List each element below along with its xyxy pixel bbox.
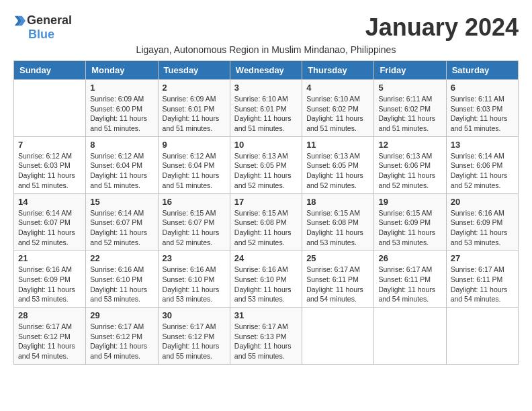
day-info: Sunrise: 6:09 AM Sunset: 6:00 PM Dayligh… — [90, 94, 153, 134]
calendar-header-monday: Monday — [86, 61, 158, 80]
calendar-header-tuesday: Tuesday — [158, 61, 230, 80]
day-info: Sunrise: 6:17 AM Sunset: 6:11 PM Dayligh… — [451, 265, 514, 304]
day-info: Sunrise: 6:09 AM Sunset: 6:01 PM Dayligh… — [163, 94, 226, 134]
day-number: 19 — [378, 197, 441, 207]
day-info: Sunrise: 6:16 AM Sunset: 6:10 PM Dayligh… — [90, 265, 153, 304]
month-title: January 2024 — [365, 13, 519, 42]
calendar-day-cell: 31Sunrise: 6:17 AM Sunset: 6:13 PM Dayli… — [230, 308, 302, 365]
calendar-day-cell — [14, 80, 86, 137]
calendar-day-cell: 16Sunrise: 6:15 AM Sunset: 6:07 PM Dayli… — [158, 193, 230, 250]
calendar-day-cell: 20Sunrise: 6:16 AM Sunset: 6:09 PM Dayli… — [446, 193, 518, 250]
day-info: Sunrise: 6:16 AM Sunset: 6:10 PM Dayligh… — [163, 265, 226, 304]
calendar-day-cell: 3Sunrise: 6:10 AM Sunset: 6:01 PM Daylig… — [230, 80, 302, 137]
calendar-week-row: 21Sunrise: 6:16 AM Sunset: 6:09 PM Dayli… — [14, 250, 519, 308]
calendar-day-cell: 29Sunrise: 6:17 AM Sunset: 6:12 PM Dayli… — [86, 308, 158, 365]
calendar-day-cell: 19Sunrise: 6:15 AM Sunset: 6:09 PM Dayli… — [374, 193, 446, 250]
day-number: 3 — [234, 83, 298, 93]
day-number: 1 — [90, 83, 153, 93]
calendar-day-cell — [302, 308, 374, 365]
calendar-day-cell: 27Sunrise: 6:17 AM Sunset: 6:11 PM Dayli… — [446, 250, 518, 308]
calendar-day-cell: 25Sunrise: 6:17 AM Sunset: 6:11 PM Dayli… — [302, 250, 374, 308]
calendar-day-cell: 14Sunrise: 6:14 AM Sunset: 6:07 PM Dayli… — [14, 193, 86, 250]
calendar-day-cell: 24Sunrise: 6:16 AM Sunset: 6:10 PM Dayli… — [230, 250, 302, 308]
day-number: 10 — [234, 140, 298, 150]
day-info: Sunrise: 6:13 AM Sunset: 6:05 PM Dayligh… — [234, 151, 298, 191]
day-number: 5 — [378, 83, 441, 93]
day-info: Sunrise: 6:12 AM Sunset: 6:04 PM Dayligh… — [163, 151, 226, 191]
day-number: 4 — [306, 83, 369, 93]
calendar-day-cell: 15Sunrise: 6:14 AM Sunset: 6:07 PM Dayli… — [86, 193, 158, 250]
calendar-day-cell: 12Sunrise: 6:13 AM Sunset: 6:06 PM Dayli… — [374, 136, 446, 193]
day-info: Sunrise: 6:17 AM Sunset: 6:13 PM Dayligh… — [234, 322, 298, 361]
calendar-day-cell: 23Sunrise: 6:16 AM Sunset: 6:10 PM Dayli… — [158, 250, 230, 308]
day-info: Sunrise: 6:12 AM Sunset: 6:03 PM Dayligh… — [18, 151, 81, 191]
calendar-header-friday: Friday — [374, 61, 446, 80]
calendar-day-cell — [374, 308, 446, 365]
day-info: Sunrise: 6:14 AM Sunset: 6:07 PM Dayligh… — [90, 208, 153, 248]
day-info: Sunrise: 6:14 AM Sunset: 6:06 PM Dayligh… — [451, 151, 514, 191]
calendar-day-cell: 6Sunrise: 6:11 AM Sunset: 6:03 PM Daylig… — [446, 80, 518, 137]
logo-blue: Blue — [28, 28, 54, 42]
day-info: Sunrise: 6:15 AM Sunset: 6:08 PM Dayligh… — [306, 208, 369, 248]
calendar-week-row: 1Sunrise: 6:09 AM Sunset: 6:00 PM Daylig… — [14, 80, 519, 137]
calendar-day-cell: 21Sunrise: 6:16 AM Sunset: 6:09 PM Dayli… — [14, 250, 86, 308]
calendar-week-row: 7Sunrise: 6:12 AM Sunset: 6:03 PM Daylig… — [14, 136, 519, 193]
calendar-header-sunday: Sunday — [14, 61, 86, 80]
calendar-day-cell: 11Sunrise: 6:13 AM Sunset: 6:05 PM Dayli… — [302, 136, 374, 193]
day-number: 13 — [451, 140, 514, 150]
day-info: Sunrise: 6:16 AM Sunset: 6:09 PM Dayligh… — [18, 265, 81, 304]
day-number: 30 — [163, 310, 226, 320]
day-number: 22 — [90, 253, 153, 263]
day-number: 16 — [163, 197, 226, 207]
calendar-week-row: 14Sunrise: 6:14 AM Sunset: 6:07 PM Dayli… — [14, 193, 519, 250]
day-info: Sunrise: 6:15 AM Sunset: 6:08 PM Dayligh… — [234, 208, 298, 248]
day-number: 31 — [234, 310, 298, 320]
day-info: Sunrise: 6:12 AM Sunset: 6:04 PM Dayligh… — [90, 151, 153, 191]
calendar-day-cell: 18Sunrise: 6:15 AM Sunset: 6:08 PM Dayli… — [302, 193, 374, 250]
calendar-header-wednesday: Wednesday — [230, 61, 302, 80]
day-info: Sunrise: 6:17 AM Sunset: 6:11 PM Dayligh… — [378, 265, 441, 304]
day-number: 21 — [18, 253, 81, 263]
day-number: 24 — [234, 253, 298, 263]
day-info: Sunrise: 6:16 AM Sunset: 6:09 PM Dayligh… — [451, 208, 514, 248]
day-info: Sunrise: 6:14 AM Sunset: 6:07 PM Dayligh… — [18, 208, 81, 248]
day-info: Sunrise: 6:15 AM Sunset: 6:09 PM Dayligh… — [378, 208, 441, 248]
day-info: Sunrise: 6:11 AM Sunset: 6:02 PM Dayligh… — [378, 94, 441, 134]
day-number: 20 — [451, 197, 514, 207]
calendar-day-cell — [446, 308, 518, 365]
day-number: 23 — [163, 253, 226, 263]
day-number: 15 — [90, 197, 153, 207]
calendar-day-cell: 30Sunrise: 6:17 AM Sunset: 6:12 PM Dayli… — [158, 308, 230, 365]
calendar-header-row: SundayMondayTuesdayWednesdayThursdayFrid… — [14, 61, 519, 80]
day-number: 14 — [18, 197, 81, 207]
logo-icon — [13, 15, 26, 27]
day-number: 17 — [234, 197, 298, 207]
day-number: 25 — [306, 253, 369, 263]
day-number: 6 — [451, 83, 514, 93]
day-info: Sunrise: 6:17 AM Sunset: 6:12 PM Dayligh… — [18, 322, 81, 361]
day-number: 8 — [90, 140, 153, 150]
calendar-day-cell: 1Sunrise: 6:09 AM Sunset: 6:00 PM Daylig… — [86, 80, 158, 137]
logo-general: General — [27, 13, 72, 28]
day-number: 18 — [306, 197, 369, 207]
calendar-day-cell: 26Sunrise: 6:17 AM Sunset: 6:11 PM Dayli… — [374, 250, 446, 308]
day-info: Sunrise: 6:17 AM Sunset: 6:12 PM Dayligh… — [90, 322, 153, 361]
day-info: Sunrise: 6:16 AM Sunset: 6:10 PM Dayligh… — [234, 265, 298, 304]
calendar-day-cell: 13Sunrise: 6:14 AM Sunset: 6:06 PM Dayli… — [446, 136, 518, 193]
day-number: 29 — [90, 310, 153, 320]
day-number: 2 — [163, 83, 226, 93]
day-number: 12 — [378, 140, 441, 150]
day-info: Sunrise: 6:10 AM Sunset: 6:01 PM Dayligh… — [234, 94, 298, 134]
calendar-week-row: 28Sunrise: 6:17 AM Sunset: 6:12 PM Dayli… — [14, 308, 519, 365]
calendar-header-saturday: Saturday — [446, 61, 518, 80]
calendar-day-cell: 8Sunrise: 6:12 AM Sunset: 6:04 PM Daylig… — [86, 136, 158, 193]
day-info: Sunrise: 6:15 AM Sunset: 6:07 PM Dayligh… — [163, 208, 226, 248]
day-info: Sunrise: 6:17 AM Sunset: 6:11 PM Dayligh… — [306, 265, 369, 304]
day-info: Sunrise: 6:13 AM Sunset: 6:05 PM Dayligh… — [306, 151, 369, 191]
calendar-day-cell: 7Sunrise: 6:12 AM Sunset: 6:03 PM Daylig… — [14, 136, 86, 193]
day-info: Sunrise: 6:13 AM Sunset: 6:06 PM Dayligh… — [378, 151, 441, 191]
day-number: 9 — [163, 140, 226, 150]
calendar-day-cell: 28Sunrise: 6:17 AM Sunset: 6:12 PM Dayli… — [14, 308, 86, 365]
calendar-header-thursday: Thursday — [302, 61, 374, 80]
day-number: 7 — [18, 140, 81, 150]
